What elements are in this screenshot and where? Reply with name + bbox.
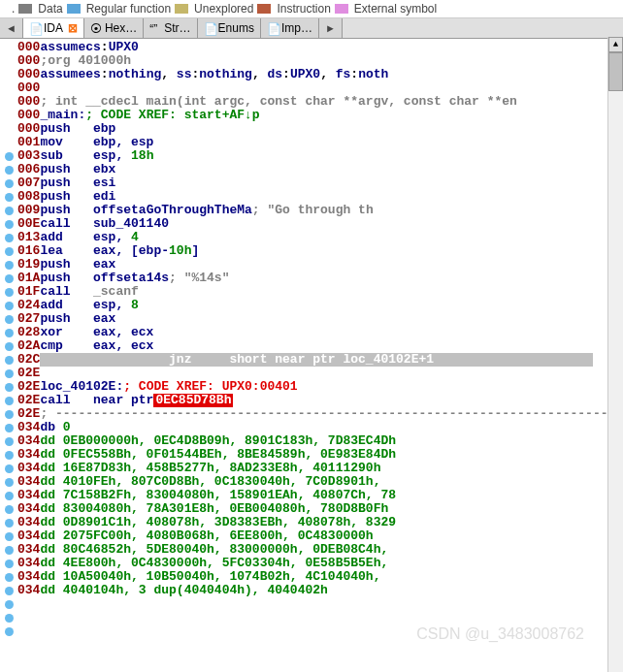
code-line[interactable]: 013 add esp, 4	[17, 231, 623, 244]
code-line[interactable]: 02E call near ptr 0EC85D78Bh	[17, 394, 623, 407]
breakpoint-dot[interactable]	[5, 437, 14, 446]
breakpoint-dot[interactable]	[5, 288, 14, 297]
code-line[interactable]: 034 db 0	[17, 421, 623, 434]
code-line[interactable]: 009 push offset aGoThroughTheMa ; "Go th…	[17, 204, 623, 217]
str-icon: “”	[149, 22, 161, 34]
legend-unexplored: Unexplored	[175, 2, 253, 16]
code-line[interactable]: 02A cmp eax, ecx	[17, 339, 623, 353]
tab-imports[interactable]: 📄Imp…	[261, 18, 319, 38]
code-line[interactable]: 034 dd 80C46852h, 5DE80040h, 83000000h, …	[17, 543, 623, 557]
breakpoint-dot[interactable]	[5, 560, 14, 568]
tab-strings[interactable]: “”Str…	[144, 18, 197, 38]
breakpoint-dot[interactable]	[5, 342, 14, 351]
code-line[interactable]: 024 add esp, 8	[17, 299, 623, 312]
code-line[interactable]: 034 dd 4010FEh, 807C0D8Bh, 0C1830040h, 7…	[17, 475, 623, 489]
doc-icon: 📄	[29, 22, 41, 34]
breakpoint-dot[interactable]	[5, 519, 14, 528]
code-line[interactable]: 000 assume cs:UPX0	[17, 41, 623, 54]
code-area: 000 assume cs:UPX0000 ;org 401000h000 as…	[17, 39, 623, 662]
breakpoint-dot[interactable]	[5, 451, 14, 460]
breakpoint-dot[interactable]	[5, 356, 14, 365]
breakpoint-dot[interactable]	[5, 587, 14, 595]
breakpoint-dot[interactable]	[5, 220, 14, 229]
breakpoint-dot[interactable]	[5, 166, 14, 175]
breakpoint-dot[interactable]	[5, 627, 14, 636]
tab-prev-button[interactable]: ◄	[0, 18, 23, 38]
breakpoint-dot[interactable]	[5, 261, 14, 270]
code-line[interactable]: 000 push ebp	[17, 122, 623, 136]
breakpoint-dot[interactable]	[5, 247, 14, 256]
breakpoint-dot[interactable]	[5, 234, 14, 242]
breakpoint-dot[interactable]	[5, 410, 14, 419]
breakpoint-dot[interactable]	[5, 274, 14, 283]
enum-icon: 📄	[204, 22, 215, 34]
code-line[interactable]: 02E	[17, 367, 623, 380]
breakpoint-dot[interactable]	[5, 329, 14, 337]
breakpoint-dot[interactable]	[5, 573, 14, 582]
code-line[interactable]: 007 push esi	[17, 176, 623, 190]
close-icon[interactable]: ⊠	[68, 21, 78, 35]
legend-instruction: Instruction	[257, 2, 330, 16]
tab-hex[interactable]: ⦿Hex…	[84, 18, 144, 38]
view-tabs: ◄ 📄 IDA ⊠ ⦿Hex… “”Str… 📄Enums 📄Imp… ►	[0, 18, 623, 39]
breakpoint-dot[interactable]	[5, 505, 14, 514]
breakpoint-dot[interactable]	[5, 369, 14, 378]
code-line[interactable]: 034 dd 0D8901C1h, 408078h, 3D8383EBh, 40…	[17, 516, 623, 529]
breakpoint-dot[interactable]	[5, 600, 14, 609]
code-line[interactable]: 02E loc_40102E: ; CODE XREF: UPX0:00401	[17, 380, 623, 394]
code-line[interactable]: 000	[17, 81, 623, 95]
code-line[interactable]: 006 push ebx	[17, 163, 623, 176]
code-line[interactable]: 034 dd 7C158B2Fh, 83004080h, 158901EAh, …	[17, 489, 623, 502]
code-line[interactable]: 019 push eax	[17, 258, 623, 272]
code-line[interactable]: 016 lea eax, [ebp-10h]	[17, 244, 623, 258]
breakpoint-dot[interactable]	[5, 383, 14, 392]
disassembly-view[interactable]: 000 assume cs:UPX0000 ;org 401000h000 as…	[0, 39, 623, 662]
breakpoint-dot[interactable]	[5, 614, 14, 623]
hex-icon: ⦿	[90, 22, 102, 34]
breakpoint-dot[interactable]	[5, 424, 14, 432]
code-line[interactable]: 02E ; ----------------------------------…	[17, 407, 623, 421]
scroll-up-button[interactable]: ▲	[608, 37, 623, 52]
scroll-thumb[interactable]	[608, 52, 623, 91]
code-line[interactable]: 008 push edi	[17, 190, 623, 204]
code-line[interactable]: 00E call sub_401140	[17, 217, 623, 231]
code-line[interactable]: 034 dd 4EE800h, 0C4830000h, 5FC03304h, 0…	[17, 557, 623, 570]
code-line[interactable]: 003 sub esp, 18h	[17, 149, 623, 163]
code-line[interactable]: 027 push eax	[17, 312, 623, 326]
breakpoint-dot[interactable]	[5, 464, 14, 473]
code-line[interactable]: 028 xor eax, ecx	[17, 326, 623, 339]
code-line[interactable]: 034 dd 83004080h, 78A301E8h, 0EB004080h,…	[17, 502, 623, 516]
code-line[interactable]: 02C jnz short near ptr loc_40102E+1	[17, 353, 623, 367]
breakpoint-dot[interactable]	[5, 302, 14, 310]
breakpoint-dot[interactable]	[5, 193, 14, 202]
code-line[interactable]: 01F call _scanf	[17, 285, 623, 299]
code-line[interactable]: 034 dd 2075FC00h, 4080B068h, 6EE800h, 0C…	[17, 529, 623, 543]
code-line[interactable]: 034 dd 10A50040h, 10B50040h, 1074B02h, 4…	[17, 570, 623, 584]
code-line[interactable]: 000 ;org 401000h	[17, 54, 623, 68]
tab-enums[interactable]: 📄Enums	[198, 18, 261, 38]
breakpoint-dot[interactable]	[5, 492, 14, 500]
code-line[interactable]: 001 mov ebp, esp	[17, 136, 623, 149]
breakpoint-dot[interactable]	[5, 546, 14, 555]
code-line[interactable]: 000 assume es:nothing, ss:nothing, ds:UP…	[17, 68, 623, 81]
code-line[interactable]: 000 ; int __cdecl main(int argc, const c…	[17, 95, 623, 109]
breakpoint-dot[interactable]	[5, 315, 14, 324]
code-line[interactable]: 034 dd 0FEC558Bh, 0F01544BEh, 8BE84589h,…	[17, 448, 623, 462]
breakpoint-dot[interactable]	[5, 207, 14, 215]
code-line[interactable]: 01A push offset a14s ; "%14s"	[17, 272, 623, 285]
tab-next-button[interactable]: ►	[319, 18, 343, 38]
code-line[interactable]: 034 dd 4040104h, 3 dup(4040404h), 404040…	[17, 584, 623, 597]
code-line[interactable]: 034 dd 16E87D83h, 458B5277h, 8AD233E8h, …	[17, 462, 623, 475]
vertical-scrollbar[interactable]: ▲	[607, 37, 623, 672]
breakpoint-dot[interactable]	[5, 152, 14, 161]
breakpoint-dot[interactable]	[5, 179, 14, 188]
legend-external-symbol: External symbol	[335, 2, 437, 16]
breakpoint-dot[interactable]	[5, 478, 14, 487]
breakpoint-dot[interactable]	[5, 532, 14, 541]
tab-ida[interactable]: 📄 IDA ⊠	[23, 18, 84, 38]
breakpoint-dot[interactable]	[5, 397, 14, 405]
legend-data: Data	[18, 2, 62, 16]
code-line[interactable]: 000 _main: ; CODE XREF: start+AF↓p	[17, 109, 623, 122]
code-line[interactable]: 034 dd 0EB000000h, 0EC4D8B09h, 8901C183h…	[17, 434, 623, 448]
legend-regular-function: Regular function	[67, 2, 171, 16]
